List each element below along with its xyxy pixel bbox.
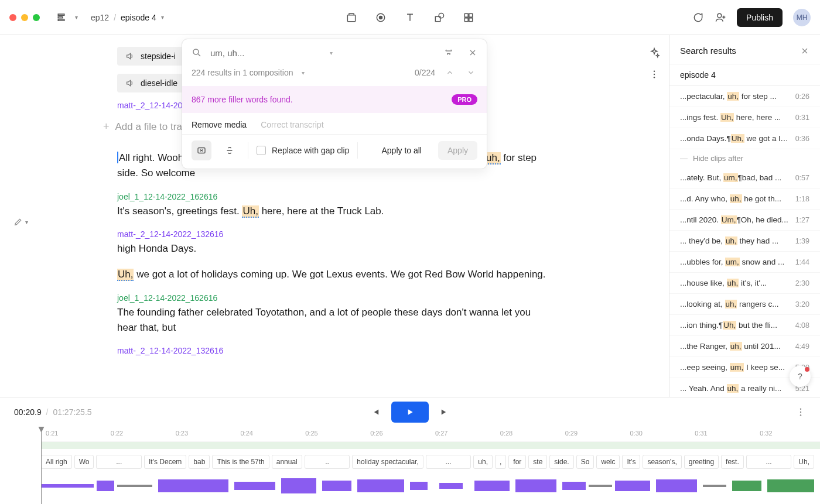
- chevron-down-icon[interactable]: ▾: [330, 50, 333, 56]
- timeline[interactable]: 0:210:220:230:240:250:260:270:280:290:30…: [0, 427, 820, 504]
- close-icon[interactable]: [468, 48, 477, 57]
- duration: 01:27:25.5: [53, 407, 91, 417]
- word-track[interactable]: All righWo...It's DecembabThis is the 57…: [41, 452, 820, 471]
- search-result-item[interactable]: ...house like, uh, it's, it'...2:30: [669, 273, 820, 294]
- word-chip[interactable]: ,: [495, 455, 506, 469]
- speaker-label[interactable]: matt-_2_12-14-2022_132616: [117, 346, 546, 355]
- chevron-down-icon[interactable]: ▾: [302, 70, 305, 76]
- filler-highlight[interactable]: Uh,: [242, 205, 258, 218]
- word-chip[interactable]: welc: [596, 455, 620, 469]
- tab-remove-media[interactable]: Remove media: [192, 120, 247, 129]
- speaker-label[interactable]: joel_1_12-14-2022_162616: [117, 192, 546, 201]
- filler-highlight[interactable]: Uh,: [117, 269, 134, 281]
- svg-rect-27: [357, 479, 404, 492]
- minimize-window-icon[interactable]: [21, 14, 28, 21]
- search-result-item[interactable]: ...ion thing.¶Uh, but the fli...4:08: [669, 315, 820, 336]
- word-chip[interactable]: It's: [622, 455, 640, 469]
- word-chip[interactable]: uh,: [473, 455, 493, 469]
- pro-banner[interactable]: 867 more filler words found. PRO: [182, 86, 487, 113]
- search-result-item[interactable]: ...the Ranger, uh, until 201...4:49: [669, 336, 820, 357]
- sidebar-section[interactable]: episode 4: [669, 64, 820, 86]
- word-chip[interactable]: greeting: [684, 455, 719, 469]
- prev-result-icon[interactable]: [443, 66, 456, 79]
- sparkle-icon[interactable]: [648, 47, 660, 59]
- transcript-paragraph[interactable]: The founding father celebrated Toyotatho…: [117, 305, 546, 336]
- waveform-track[interactable]: [41, 474, 820, 498]
- play-button[interactable]: [391, 402, 429, 423]
- search-input-row: ▾: [182, 39, 487, 66]
- word-chip[interactable]: Uh,: [794, 455, 814, 469]
- add-user-icon[interactable]: [715, 12, 726, 23]
- more-vertical-icon[interactable]: [795, 407, 806, 417]
- word-chip[interactable]: It's Decem: [144, 455, 186, 469]
- search-result-item[interactable]: ...d. Any who, uh, he got th...1:18: [669, 188, 820, 210]
- tab-correct-transcript[interactable]: Correct transcript: [261, 120, 323, 129]
- ruler-tick: 0:24: [241, 430, 253, 437]
- maximize-window-icon[interactable]: [33, 14, 40, 21]
- word-chip[interactable]: ...: [426, 455, 472, 469]
- strikethrough-icon[interactable]: [220, 140, 240, 160]
- transcript-paragraph[interactable]: It's season's, greetings fest. Uh, here,…: [117, 204, 546, 219]
- avatar[interactable]: MH: [793, 9, 811, 26]
- apply-all-button[interactable]: Apply to all: [381, 146, 421, 155]
- filter-icon[interactable]: [443, 47, 454, 58]
- checkbox-icon[interactable]: [257, 146, 266, 155]
- search-result-item[interactable]: ... they'd be, uh, they had ...1:39: [669, 231, 820, 252]
- more-vertical-icon[interactable]: [649, 69, 660, 80]
- search-result-item[interactable]: ...ubbles for, um, snow and ...1:44: [669, 252, 820, 273]
- record-icon[interactable]: [374, 11, 387, 24]
- word-chip[interactable]: season's,: [643, 455, 681, 469]
- playhead[interactable]: [41, 427, 42, 504]
- speaker-label[interactable]: joel_1_12-14-2022_162616: [117, 293, 546, 303]
- comment-icon[interactable]: [692, 12, 704, 23]
- next-result-icon[interactable]: [464, 66, 477, 79]
- breadcrumb-composition[interactable]: episode 4: [121, 13, 156, 22]
- help-button[interactable]: ?: [790, 366, 811, 387]
- word-chip[interactable]: fest.: [721, 455, 744, 469]
- search-result-item[interactable]: ...pectacular, uh, for step ...0:26: [669, 86, 820, 107]
- shapes-icon[interactable]: [433, 11, 446, 24]
- delete-icon[interactable]: [192, 140, 211, 160]
- text-icon[interactable]: [404, 11, 416, 24]
- search-result-item[interactable]: ...looking at, uh, rangers c...3:20: [669, 294, 820, 315]
- apply-button[interactable]: Apply: [438, 141, 477, 160]
- close-icon[interactable]: [800, 46, 809, 56]
- word-chip[interactable]: bab: [189, 455, 210, 469]
- search-result-item[interactable]: ...ntil 2020. Um,¶Oh, he died...1:27: [669, 210, 820, 231]
- transcript-paragraph[interactable]: high Honda Days.: [117, 241, 546, 256]
- close-window-icon[interactable]: [9, 14, 16, 21]
- search-result-item[interactable]: ...ings fest. Uh, here, here ...0:31: [669, 107, 820, 128]
- skip-back-icon[interactable]: [370, 407, 381, 417]
- ruler-tick: 0:23: [176, 430, 188, 437]
- word-chip[interactable]: side.: [549, 455, 573, 469]
- timeline-ruler[interactable]: 0:210:220:230:240:250:260:270:280:290:30…: [41, 427, 820, 442]
- search-result-item[interactable]: ...onda Days.¶Uh, we got a lo...0:36: [669, 128, 820, 149]
- breadcrumb-project[interactable]: ep12: [91, 13, 109, 22]
- skip-forward-icon[interactable]: [439, 407, 450, 417]
- word-chip[interactable]: ste: [528, 455, 547, 469]
- word-chip[interactable]: Wo: [74, 455, 94, 469]
- transcript-paragraph[interactable]: Uh, we got a lot of holidays coming up. …: [117, 267, 546, 282]
- templates-icon[interactable]: [462, 11, 475, 24]
- hide-clips-toggle[interactable]: —Hide clips after: [669, 149, 820, 167]
- word-chip[interactable]: annual: [272, 455, 302, 469]
- word-chip[interactable]: ..: [305, 455, 350, 469]
- chevron-down-icon[interactable]: ▾: [161, 14, 164, 20]
- project-menu-icon[interactable]: [56, 12, 68, 23]
- word-chip[interactable]: holiday spectacular,: [352, 455, 423, 469]
- media-library-icon[interactable]: [345, 11, 358, 24]
- word-chip[interactable]: ...: [746, 455, 792, 469]
- edit-mode-icon[interactable]: ▾: [13, 47, 28, 397]
- word-chip[interactable]: ...: [96, 455, 142, 469]
- search-input[interactable]: [210, 48, 322, 58]
- search-result-item[interactable]: ...ately. But, um,¶bad, bad ...0:57: [669, 167, 820, 188]
- word-chip[interactable]: This is the 57th: [212, 455, 269, 469]
- word-chip[interactable]: All righ: [41, 455, 72, 469]
- filler-highlight[interactable]: uh,: [486, 152, 501, 164]
- word-chip[interactable]: for: [508, 455, 526, 469]
- gap-clip-checkbox[interactable]: Replace with gap clip: [257, 146, 349, 155]
- speaker-label[interactable]: matt-_2_12-14-2022_132616: [117, 229, 546, 239]
- word-chip[interactable]: So: [576, 455, 594, 469]
- publish-button[interactable]: Publish: [737, 8, 783, 27]
- chevron-down-icon[interactable]: ▾: [75, 14, 78, 20]
